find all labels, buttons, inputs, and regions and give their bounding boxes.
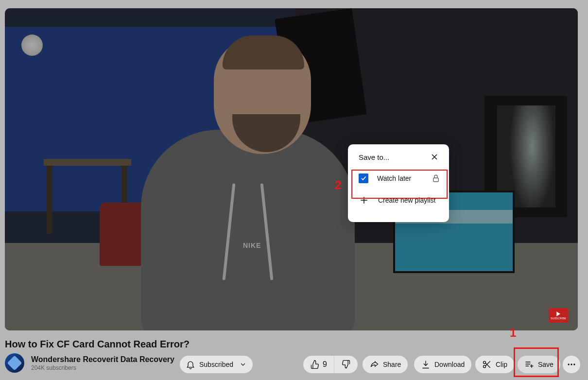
bell-icon	[186, 360, 195, 369]
lock-icon	[432, 174, 440, 183]
svg-rect-5	[433, 178, 439, 182]
share-label: Share	[383, 361, 401, 368]
subscribe-watermark-label: SUBSCRIBE	[551, 317, 566, 320]
like-count: 9	[323, 360, 327, 369]
playlist-label: Watch later	[377, 174, 423, 182]
dislike-button[interactable]	[334, 356, 358, 373]
like-dislike-group: 9	[303, 356, 358, 373]
plus-icon	[359, 195, 369, 205]
playlist-add-icon	[524, 360, 534, 369]
thumbs-down-icon	[341, 360, 351, 369]
download-label: Download	[434, 361, 465, 368]
subscribed-button[interactable]: Subscribed	[180, 356, 253, 373]
save-button[interactable]: Save	[518, 356, 560, 373]
channel-name[interactable]: Wondershare Recoverit Data Recovery	[31, 355, 174, 364]
create-playlist-row[interactable]: Create new playlist	[348, 189, 449, 211]
create-playlist-label: Create new playlist	[378, 196, 440, 204]
channel-row: Wondershare Recoverit Data Recovery 204K…	[5, 353, 174, 373]
save-label: Save	[538, 361, 553, 368]
check-icon	[360, 175, 367, 182]
subscribed-label: Subscribed	[199, 361, 233, 368]
clip-label: Clip	[496, 361, 507, 368]
thumbs-up-icon	[310, 360, 320, 369]
chevron-down-icon	[239, 361, 247, 368]
subscribe-watermark[interactable]: SUBSCRIBE	[549, 308, 568, 323]
video-title: How to Fix CF Card Cannot Read Error?	[5, 339, 190, 350]
annotation-number-2: 2	[335, 178, 341, 192]
share-button[interactable]: Share	[363, 356, 408, 373]
channel-subscribers: 204K subscribers	[31, 364, 174, 372]
scissors-icon	[482, 360, 492, 369]
video-player[interactable]: NIKE SUBSCRIBE	[5, 8, 578, 330]
like-button[interactable]: 9	[303, 356, 334, 373]
close-icon	[430, 152, 439, 162]
close-button[interactable]	[429, 151, 440, 163]
share-icon	[369, 360, 379, 369]
save-to-popup: Save to... Watch later Create new playli…	[348, 144, 449, 222]
checkbox-checked[interactable]	[359, 173, 368, 183]
playlist-row-watch-later[interactable]: Watch later	[348, 168, 449, 189]
svg-point-3	[571, 363, 572, 365]
more-actions-button[interactable]	[563, 356, 580, 373]
ellipsis-icon	[567, 360, 576, 369]
video-scene: NIKE SUBSCRIBE	[5, 8, 578, 330]
svg-point-2	[568, 363, 570, 365]
channel-avatar[interactable]	[5, 353, 24, 373]
popup-title: Save to...	[359, 153, 389, 161]
svg-point-4	[573, 363, 575, 365]
clip-button[interactable]: Clip	[475, 356, 514, 373]
annotation-number-1: 1	[510, 326, 516, 340]
download-icon	[421, 360, 431, 369]
download-button[interactable]: Download	[414, 356, 471, 373]
